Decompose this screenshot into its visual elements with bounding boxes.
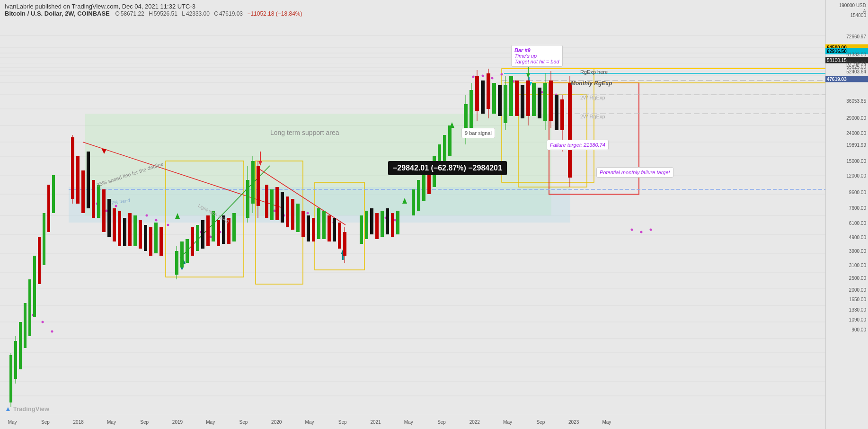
svg-rect-142 bbox=[281, 192, 284, 223]
svg-rect-125 bbox=[196, 225, 199, 251]
svg-rect-110 bbox=[113, 208, 116, 241]
close-label: C bbox=[214, 10, 218, 17]
time-may2022: May bbox=[503, 420, 512, 425]
svg-point-73 bbox=[394, 219, 397, 222]
time-may2020: May bbox=[305, 420, 314, 425]
svg-rect-163 bbox=[396, 211, 399, 234]
svg-point-64 bbox=[210, 236, 212, 238]
svg-rect-108 bbox=[102, 189, 106, 232]
svg-rect-113 bbox=[128, 213, 132, 246]
time-may2018: May bbox=[107, 420, 116, 425]
time-sep2021: Sep bbox=[437, 420, 446, 425]
svg-rect-181 bbox=[492, 83, 496, 114]
svg-rect-100 bbox=[52, 175, 55, 213]
price-axis-currency: A bbox=[863, 9, 866, 14]
svg-rect-164 bbox=[412, 189, 415, 215]
svg-point-56 bbox=[51, 331, 53, 333]
svg-rect-132 bbox=[232, 213, 236, 241]
svg-rect-96 bbox=[33, 256, 36, 317]
svg-rect-109 bbox=[107, 199, 111, 237]
time-sep2019: Sep bbox=[239, 420, 248, 425]
svg-rect-97 bbox=[38, 237, 41, 284]
time-2023: 2023 bbox=[568, 420, 579, 425]
change-value: −11052.18 (−18.84%) bbox=[247, 10, 302, 17]
svg-rect-148 bbox=[312, 218, 315, 241]
price-29000: 29000.00 bbox=[846, 116, 866, 121]
svg-rect-118 bbox=[154, 223, 158, 253]
svg-rect-170 bbox=[443, 135, 446, 161]
svg-rect-112 bbox=[123, 218, 126, 246]
price-47619: 47619.03 bbox=[825, 76, 868, 82]
svg-rect-124 bbox=[191, 227, 194, 256]
svg-rect-104 bbox=[81, 170, 85, 213]
time-2018: 2018 bbox=[73, 420, 84, 425]
svg-point-83 bbox=[650, 229, 652, 231]
time-sep2017: Sep bbox=[41, 420, 50, 425]
svg-rect-119 bbox=[159, 227, 163, 256]
svg-rect-169 bbox=[438, 144, 441, 173]
svg-rect-126 bbox=[201, 220, 204, 249]
open-label: O bbox=[115, 10, 119, 17]
svg-rect-196 bbox=[555, 95, 558, 130]
svg-rect-105 bbox=[87, 152, 90, 208]
price-1650: 1650.00 bbox=[849, 297, 866, 302]
svg-rect-162 bbox=[391, 213, 394, 237]
open-value: 58671.22 bbox=[121, 10, 144, 17]
low-label: L bbox=[182, 10, 185, 17]
price-12000: 12000.00 bbox=[846, 173, 866, 179]
time-may2021: May bbox=[404, 420, 413, 425]
price-3100: 3100.00 bbox=[849, 262, 866, 268]
svg-rect-94 bbox=[24, 303, 27, 348]
svg-point-66 bbox=[274, 210, 276, 212]
tradingview-logo: ▲ TradingView bbox=[5, 405, 49, 412]
time-2022: 2022 bbox=[469, 420, 480, 425]
svg-point-75 bbox=[482, 75, 484, 77]
price-24000: 24000.00 bbox=[846, 130, 866, 135]
time-2019: 2019 bbox=[172, 420, 183, 425]
time-sep2020: Sep bbox=[338, 420, 347, 425]
svg-rect-145 bbox=[296, 204, 300, 232]
price-2000: 2000.00 bbox=[849, 287, 866, 292]
high-value: 59526.51 bbox=[154, 10, 177, 17]
svg-rect-171 bbox=[448, 125, 452, 156]
price-15000: 15000.00 bbox=[846, 158, 866, 163]
time-2020: 2020 bbox=[271, 420, 282, 425]
svg-rect-165 bbox=[417, 180, 420, 211]
price-6100: 6100.00 bbox=[849, 221, 866, 226]
price-52403: 52403.64 bbox=[846, 69, 866, 74]
tv-logo-icon: ▲ bbox=[5, 405, 11, 412]
svg-rect-151 bbox=[328, 215, 331, 241]
svg-point-60 bbox=[146, 214, 148, 217]
time-sep2018: Sep bbox=[140, 420, 149, 425]
svg-rect-186 bbox=[515, 80, 519, 116]
svg-rect-161 bbox=[386, 208, 389, 234]
svg-rect-111 bbox=[118, 211, 121, 246]
svg-rect-139 bbox=[265, 185, 268, 218]
svg-rect-130 bbox=[222, 215, 225, 244]
svg-rect-107 bbox=[97, 185, 100, 218]
price-9600: 9600.00 bbox=[849, 189, 866, 195]
svg-rect-158 bbox=[370, 208, 373, 234]
price-72660: 72660.97 bbox=[846, 34, 866, 39]
price-2500: 2500.00 bbox=[849, 276, 866, 281]
price-900: 900.00 bbox=[851, 327, 866, 332]
price-36053: 36053.65 bbox=[846, 98, 866, 103]
svg-rect-95 bbox=[28, 279, 31, 336]
svg-point-82 bbox=[640, 231, 643, 233]
time-2021: 2021 bbox=[370, 420, 381, 425]
low-value: 42333.00 bbox=[186, 10, 210, 17]
time-may2019: May bbox=[206, 420, 215, 425]
tv-logo-text: TradingView bbox=[13, 405, 49, 412]
chart-area: Bar #9 Time's up Target not hit = bad Lo… bbox=[0, 0, 825, 415]
svg-rect-167 bbox=[427, 161, 431, 194]
svg-rect-93 bbox=[19, 322, 22, 369]
svg-rect-149 bbox=[317, 208, 320, 239]
svg-rect-146 bbox=[301, 211, 305, 237]
published-label: IvanLabrie published on TradingView.com,… bbox=[5, 3, 195, 10]
svg-rect-147 bbox=[307, 215, 310, 241]
svg-point-77 bbox=[501, 73, 503, 76]
svg-rect-116 bbox=[144, 225, 147, 251]
svg-rect-122 bbox=[180, 241, 184, 268]
svg-rect-157 bbox=[365, 211, 368, 239]
close-value: 47619.03 bbox=[219, 10, 243, 17]
